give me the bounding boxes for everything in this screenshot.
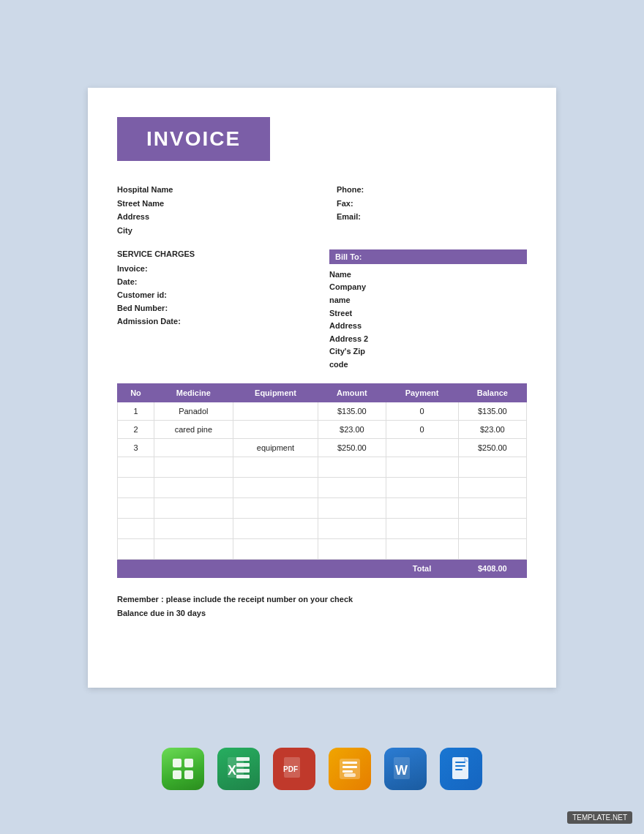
table-row bbox=[118, 538, 527, 559]
cell-no bbox=[118, 538, 154, 559]
phone-row: Phone: bbox=[337, 183, 527, 197]
cell-no: 2 bbox=[118, 420, 154, 438]
svg-rect-2 bbox=[173, 770, 181, 779]
svg-rect-13 bbox=[342, 762, 357, 764]
bottom-icons: X PDF W bbox=[162, 748, 482, 790]
fax-row: Fax: bbox=[337, 197, 527, 211]
date-label: Date: bbox=[117, 277, 198, 286]
cell-medicine bbox=[154, 497, 233, 518]
top-info-section: Hospital Name Street Name Address City P… bbox=[117, 183, 527, 238]
bill-to-address: Address bbox=[329, 320, 527, 333]
numbers-icon[interactable] bbox=[162, 748, 204, 790]
email-label: Email: bbox=[337, 212, 361, 221]
cell-medicine bbox=[154, 457, 233, 477]
cell-balance bbox=[458, 457, 526, 477]
cell-payment bbox=[386, 438, 458, 457]
bill-to-company: Company bbox=[329, 281, 527, 294]
bill-to-header: Bill To: bbox=[329, 249, 527, 264]
cell-no bbox=[118, 518, 154, 538]
bed-number-row: Bed Number: bbox=[117, 304, 315, 312]
cell-payment bbox=[386, 477, 458, 497]
footer-empty-4 bbox=[318, 559, 386, 577]
bill-to-name2: name bbox=[329, 294, 527, 307]
cell-balance bbox=[458, 518, 526, 538]
col-balance: Balance bbox=[458, 383, 526, 402]
cell-payment bbox=[386, 457, 458, 477]
contact-info: Phone: Fax: Email: bbox=[307, 183, 527, 238]
pdf-icon-svg: PDF bbox=[281, 756, 307, 782]
cell-medicine bbox=[154, 438, 233, 457]
footer-empty-2 bbox=[154, 559, 233, 577]
table-row bbox=[118, 457, 527, 477]
cell-payment bbox=[386, 518, 458, 538]
cell-no bbox=[118, 457, 154, 477]
invoice-label: Invoice: bbox=[117, 264, 198, 273]
svg-rect-14 bbox=[342, 766, 357, 768]
service-charges: SERVICE CHARGES Invoice: Date: Customer … bbox=[117, 249, 315, 372]
svg-rect-5 bbox=[236, 757, 250, 761]
word-icon-svg: W bbox=[392, 756, 419, 782]
footer-note-1: Remember : please include the receipt nu… bbox=[117, 593, 527, 607]
cell-equipment: equipment bbox=[233, 438, 318, 457]
word-icon[interactable]: W bbox=[384, 748, 427, 790]
cell-payment: 0 bbox=[386, 402, 458, 420]
table-row bbox=[118, 477, 527, 497]
cell-equipment bbox=[233, 477, 318, 497]
admission-date-row: Admission Date: bbox=[117, 317, 315, 326]
svg-text:W: W bbox=[395, 763, 408, 778]
col-amount: Amount bbox=[318, 383, 386, 402]
service-charges-title: SERVICE CHARGES bbox=[117, 249, 315, 258]
cell-balance bbox=[458, 538, 526, 559]
col-medicine: Medicine bbox=[154, 383, 233, 402]
cell-amount bbox=[318, 538, 386, 559]
email-row: Email: bbox=[337, 210, 527, 224]
pages-icon[interactable] bbox=[329, 748, 371, 790]
cell-medicine bbox=[154, 477, 233, 497]
cell-balance: $23.00 bbox=[458, 420, 526, 438]
table-row bbox=[118, 518, 527, 538]
bill-to-city-zip: City's Zip bbox=[329, 345, 527, 358]
excel-icon-svg: X bbox=[226, 756, 251, 782]
pdf-icon[interactable]: PDF bbox=[273, 748, 315, 790]
phone-label: Phone: bbox=[337, 185, 364, 194]
cell-payment bbox=[386, 538, 458, 559]
cell-no: 3 bbox=[118, 438, 154, 457]
table-footer-row: Total $408.00 bbox=[118, 559, 527, 577]
svg-rect-3 bbox=[184, 770, 193, 779]
excel-icon[interactable]: X bbox=[217, 748, 260, 790]
bill-to-content: Name Company name Street Address Address… bbox=[329, 268, 527, 372]
cell-equipment bbox=[233, 402, 318, 420]
table-row bbox=[118, 497, 527, 518]
admission-date-label: Admission Date: bbox=[117, 317, 198, 326]
svg-rect-0 bbox=[173, 759, 181, 767]
invoice-header: INVOICE bbox=[117, 117, 270, 161]
cell-medicine bbox=[154, 538, 233, 559]
cell-amount: $23.00 bbox=[318, 420, 386, 438]
col-no: No bbox=[118, 383, 154, 402]
cell-no: 1 bbox=[118, 402, 154, 420]
bill-to-name: Name bbox=[329, 268, 527, 282]
svg-rect-15 bbox=[342, 770, 353, 773]
hospital-street: Street Name bbox=[117, 197, 307, 211]
cell-payment bbox=[386, 497, 458, 518]
svg-rect-1 bbox=[184, 759, 193, 767]
footer-note-2: Balance due in 30 days bbox=[117, 606, 527, 621]
svg-rect-22 bbox=[455, 769, 463, 770]
hospital-address: Address bbox=[117, 210, 307, 224]
svg-rect-21 bbox=[455, 765, 465, 767]
total-value: $408.00 bbox=[458, 559, 526, 577]
service-bill-section: SERVICE CHARGES Invoice: Date: Customer … bbox=[117, 249, 527, 372]
cell-no bbox=[118, 497, 154, 518]
svg-rect-7 bbox=[236, 769, 250, 773]
svg-rect-20 bbox=[455, 762, 465, 763]
docs-icon[interactable] bbox=[440, 748, 482, 790]
date-row: Date: bbox=[117, 277, 315, 286]
cell-amount bbox=[318, 518, 386, 538]
pages-icon-svg bbox=[337, 756, 363, 782]
cell-payment: 0 bbox=[386, 420, 458, 438]
cell-balance bbox=[458, 497, 526, 518]
cell-no bbox=[118, 477, 154, 497]
svg-text:PDF: PDF bbox=[283, 765, 298, 773]
invoice-document: INVOICE Hospital Name Street Name Addres… bbox=[88, 88, 556, 688]
cell-amount bbox=[318, 497, 386, 518]
